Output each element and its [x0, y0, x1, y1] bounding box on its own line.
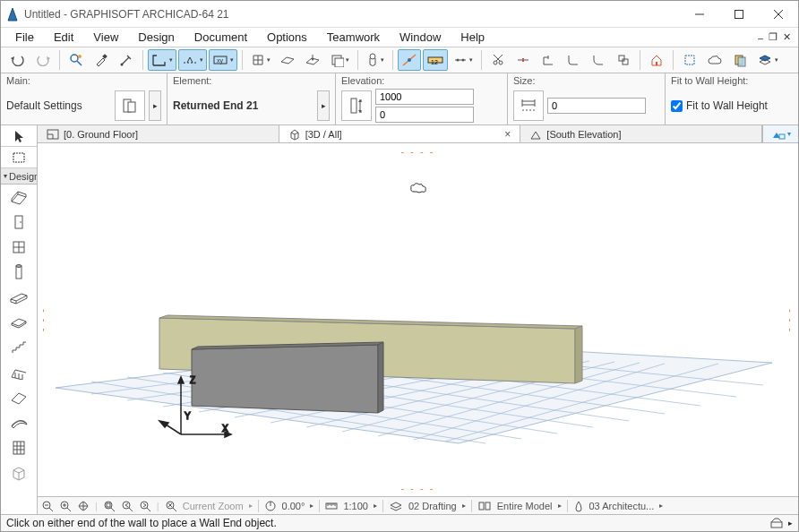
zoom-out-button[interactable] [41, 500, 54, 512]
elevation-icon[interactable] [341, 90, 372, 121]
mdi-restore-icon[interactable]: ❐ [767, 31, 779, 43]
scale-icon[interactable] [325, 501, 338, 511]
fit-label: Fit to Wall Height: [671, 75, 793, 89]
svg-point-8 [121, 64, 124, 66]
discipline-value[interactable]: 03 Architectu... [589, 501, 655, 511]
door-tool[interactable] [1, 210, 37, 235]
status-tray-icon[interactable] [770, 518, 783, 528]
menu-window[interactable]: Window [391, 29, 450, 46]
pen-icon[interactable] [573, 500, 584, 512]
adjust-button[interactable] [537, 49, 560, 71]
fit-checkbox-input[interactable] [671, 100, 683, 112]
eyedropper-button[interactable] [90, 49, 113, 71]
minimize-button[interactable] [680, 1, 719, 28]
zoom-label[interactable]: Current Zoom [183, 501, 244, 511]
svg-rect-86 [107, 503, 110, 507]
layers-3d-button[interactable]: ▾ [753, 49, 782, 71]
main-value: Default Settings [6, 99, 111, 112]
railing-tool[interactable] [1, 360, 37, 385]
roof-tool[interactable] [1, 385, 37, 410]
tab-south-elevation[interactable]: [South Elevation] [520, 125, 762, 142]
maximize-button[interactable] [719, 1, 759, 28]
snap-point-button[interactable]: ▾ [450, 49, 477, 71]
menu-bar: File Edit View Design Document Options T… [1, 28, 798, 47]
prev-zoom-button[interactable] [121, 500, 133, 512]
main-dropdown-button[interactable]: ▸ [149, 90, 161, 121]
fit-checkbox[interactable]: Fit to Wall Height [671, 99, 768, 112]
menu-view[interactable]: View [84, 29, 127, 46]
undo-button[interactable] [6, 49, 30, 71]
menu-teamwork[interactable]: Teamwork [318, 29, 389, 46]
grid-snap-button[interactable]: ▾ [247, 49, 274, 71]
pick-parameters-button[interactable] [64, 49, 88, 71]
layerset-icon[interactable] [389, 501, 403, 511]
cloud-button[interactable] [703, 49, 726, 71]
column-tool[interactable] [1, 260, 37, 285]
plane-tool-button[interactable] [276, 49, 299, 71]
window-tool[interactable] [1, 235, 37, 260]
element-label: Element: [173, 75, 330, 89]
suspend-button[interactable]: ▾ [363, 49, 388, 71]
element-dropdown-button[interactable]: ▸ [317, 90, 330, 121]
redo-button[interactable] [31, 49, 55, 71]
elevation-bottom-input[interactable] [375, 107, 474, 123]
level-dim-button[interactable]: ▾ [178, 49, 207, 71]
marquee-select-button[interactable] [678, 49, 701, 71]
fit-button[interactable] [103, 500, 116, 512]
angle-value[interactable]: 0.00° [282, 501, 305, 511]
coord-input-button[interactable]: xy▾ [209, 49, 237, 71]
pan-button[interactable] [77, 500, 90, 512]
menu-document[interactable]: Document [185, 29, 256, 46]
scale-value[interactable]: 1:100 [343, 501, 368, 511]
trim-button[interactable] [486, 49, 510, 71]
menu-help[interactable]: Help [451, 29, 494, 46]
home-button[interactable] [645, 49, 668, 71]
morph-tool[interactable] [1, 460, 37, 485]
elevation-top-input[interactable] [375, 89, 474, 105]
wall-tool[interactable] [1, 184, 37, 210]
zoom-in-button[interactable] [59, 500, 72, 512]
status-expand-icon[interactable]: ▸ [788, 519, 793, 528]
marquee-tool[interactable] [1, 147, 37, 168]
menu-edit[interactable]: Edit [45, 29, 82, 46]
curtainwall-tool[interactable] [1, 435, 37, 460]
mdi-minimize-icon[interactable]: – [756, 32, 765, 43]
design-header[interactable]: ▾Design [1, 168, 37, 184]
resize-button[interactable] [612, 49, 635, 71]
cutplane-button[interactable]: ▾ [326, 49, 353, 71]
next-zoom-button[interactable] [139, 500, 151, 512]
arrow-tool[interactable] [1, 125, 37, 147]
fillet-button[interactable] [587, 49, 610, 71]
settings-icon-button[interactable] [115, 90, 145, 121]
tab-overflow[interactable]: ▾ [762, 125, 798, 142]
viewport-3d[interactable]: - - - - - - - - - - - - - - [38, 143, 798, 496]
tab-ground-floor[interactable]: [0. Ground Floor] [38, 125, 279, 142]
reset-zoom-button[interactable] [165, 500, 177, 512]
axis-z: Z [190, 375, 195, 385]
tab-close-icon[interactable]: × [504, 128, 511, 141]
tab-3d-all[interactable]: [3D / All] × [279, 125, 521, 142]
beam-tool[interactable] [1, 285, 37, 310]
snap-guide-button[interactable] [398, 49, 421, 71]
gravity-button[interactable] [301, 49, 324, 71]
inject-button[interactable] [115, 49, 138, 71]
size-input[interactable] [547, 98, 646, 114]
stair-tool[interactable] [1, 335, 37, 360]
model-value[interactable]: Entire Model [497, 501, 553, 511]
layer-value[interactable]: 02 Drafting [408, 501, 457, 511]
size-icon[interactable] [513, 90, 544, 121]
intersect-button[interactable] [562, 49, 585, 71]
menu-design[interactable]: Design [129, 29, 183, 46]
mdi-close-icon[interactable]: ✕ [781, 31, 793, 43]
menu-file[interactable]: File [6, 29, 43, 46]
snap-ruler-button[interactable]: 12 [423, 49, 448, 71]
close-button[interactable] [759, 1, 798, 28]
menu-options[interactable]: Options [258, 29, 316, 46]
trace-button[interactable] [728, 49, 752, 71]
orientation-button[interactable] [264, 500, 277, 512]
ruler-tool-button[interactable]: ▾ [148, 49, 176, 71]
model-icon[interactable] [477, 501, 492, 511]
shell-tool[interactable] [1, 410, 37, 435]
slab-tool[interactable] [1, 310, 37, 335]
split-button[interactable] [511, 49, 535, 71]
